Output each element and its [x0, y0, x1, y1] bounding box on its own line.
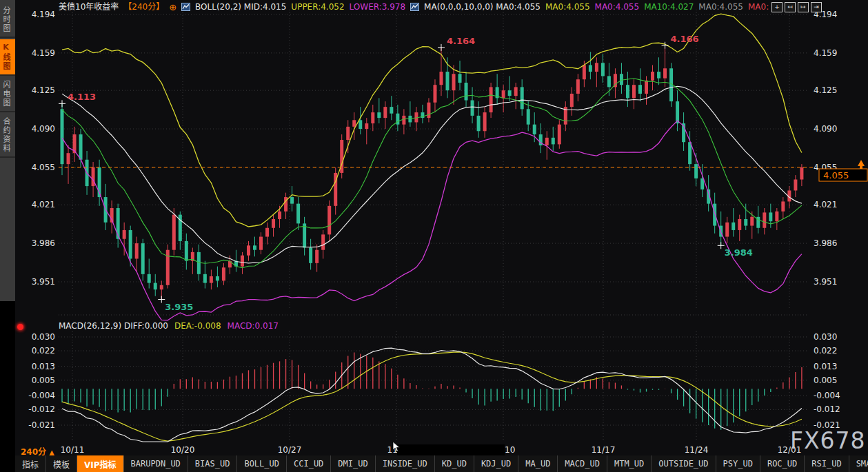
macd-axis-left-label-0: 0.030 [32, 332, 55, 342]
y-axis-left-label-1: 4.159 [32, 48, 55, 58]
y-axis-left-label-3: 4.090 [32, 124, 55, 134]
y-axis-left-label-2: 4.125 [32, 85, 55, 95]
macd-dea-value: DEA:-0.008 [174, 321, 221, 331]
alert-dot-icon [17, 324, 23, 330]
macd-histogram [62, 353, 802, 430]
boll-mid-value: BOLL(20,2) MID:4.015 [195, 1, 286, 12]
indicator-tab-rsi_ud[interactable]: RSI_UD [805, 455, 849, 472]
ma0-gray-value: MA0:4.055 [698, 1, 743, 12]
indicator-tab-mtm_ud[interactable]: MTM_UD [607, 455, 652, 472]
scale-right-button[interactable]: ↦ [798, 2, 809, 12]
indicator-tab-sma_ud[interactable]: SMA_UD [849, 455, 868, 472]
x-axis-date-0: 10/11 [61, 445, 85, 455]
y-axis-right-label-2: 4.125 [814, 85, 837, 95]
y-axis-right-label-7: 3.951 [814, 277, 837, 287]
tooltip-box [397, 444, 505, 455]
macd-axis-left-label-3: 0.005 [32, 376, 55, 385]
indicator-tab-inside_ud[interactable]: INSIDE_UD [376, 455, 435, 472]
macd-axis-left-label-2: 0.013 [32, 362, 55, 371]
indicator-tab-outside_ud[interactable]: OUTSIDE_UD [652, 455, 716, 472]
macd-axis-left-label-5: -0.012 [28, 404, 55, 414]
macd-axis-right-label-3: 0.005 [814, 376, 837, 385]
pan-right-button[interactable]: ⇥ [811, 2, 822, 12]
tabbar-corner [0, 455, 15, 472]
y-axis-right-label-3: 4.090 [814, 124, 837, 134]
price-arrow-icon [858, 160, 865, 170]
macd-header: MACD(26,12,9) DIFF:0.000DEA:-0.008MACD:0… [59, 321, 279, 331]
macd-axis-right-label-4: -0.004 [814, 391, 840, 400]
x-axis-row: 240分 ▲ 10/1110/2010/2711/311/1011/1711/2… [15, 444, 868, 455]
price-annotation-4: 3.984 [725, 247, 753, 258]
indicator-tab-bias_ud[interactable]: BIAS_UD [188, 455, 238, 472]
macd-diff-value: MACD(26,12,9) DIFF:0.000 [59, 321, 168, 331]
indicator-tab-kdj_ud[interactable]: KDJ_UD [474, 455, 518, 472]
ma10-value: MA10:4.027 [644, 1, 694, 12]
current-price-value: 4.055 [823, 170, 849, 181]
indicator-tab-macd_ud[interactable]: MACD_UD [558, 455, 607, 472]
app-window: 分时图K线图闪电图合约资料 4.1944.1944.1594.1594.1254… [0, 0, 868, 472]
ma-params-value: MA(0,0,0,10,0,0) MA0:4.055 [424, 1, 541, 12]
scale-left-button[interactable]: ↤ [785, 2, 796, 12]
macd-axis-left-label-6: -0.021 [28, 420, 55, 430]
sidebar-tab-2[interactable]: 闪电图 [0, 77, 15, 112]
price-annotation-2: 4.164 [447, 36, 475, 46]
crosshair-button[interactable]: + [771, 2, 783, 12]
macd-macd-value: MACD:0.017 [228, 321, 279, 331]
indicator-tab-ma_ud[interactable]: MA_UD [518, 455, 558, 472]
indicator-tab-boll_ud[interactable]: BOLL_UD [237, 455, 287, 472]
period-label: 【240分】 [123, 1, 164, 12]
macd-axis-right-label-1: 0.022 [814, 346, 837, 356]
indicator-tab-psy_ud[interactable]: PSY_UD [716, 455, 760, 472]
y-axis-left-label-7: 3.951 [32, 277, 55, 287]
boll-upper-value: UPPER:4.052 [291, 1, 344, 12]
macd-axis-right-label-5: -0.012 [814, 404, 840, 414]
plus-circle-icon: ⊕ [169, 3, 176, 12]
indicator-tab-cci_ud[interactable]: CCI_UD [287, 455, 331, 472]
y-axis-right-label-1: 4.159 [814, 48, 837, 58]
sidebar-tab-0[interactable]: 分时图 [0, 3, 15, 38]
indicator-tab-kd_ud[interactable]: KD_UD [435, 455, 474, 472]
indicator-tab-[interactable]: 指标 [15, 455, 46, 472]
price-annotation-0: 4.113 [68, 92, 96, 102]
x-axis-date-1: 10/20 [171, 445, 195, 455]
indicator-tabbar: 指标模板VIP指标BARUPDN_UDBIAS_UDBOLL_UDCCI_UDD… [0, 455, 868, 472]
indicator-tab-roc_ud[interactable]: ROC_UD [760, 455, 805, 472]
instrument-title: 美债10年收益率 [59, 1, 119, 12]
y-axis-right-label-6: 3.986 [814, 238, 837, 248]
x-axis-date-6: 11/24 [685, 445, 709, 455]
chart-toolbar: +↤↦⇥ [771, 2, 822, 12]
macd-axis-left-label-4: -0.004 [28, 391, 55, 400]
ma0-magenta-value: MA0:4.055 [595, 1, 640, 12]
left-sidebar: 分时图K线图闪电图合约资料 [0, 0, 15, 472]
boll-lower-value: LOWER:3.978 [350, 1, 406, 12]
y-axis-left-label-0: 4.194 [32, 10, 55, 19]
chart-canvas[interactable]: 4.1944.1944.1594.1594.1254.1254.0904.090… [15, 0, 868, 444]
sidebar-tab-3[interactable]: 合约资料 [0, 114, 15, 158]
x-axis-date-5: 11/17 [592, 445, 616, 455]
y-axis-left-label-5: 4.021 [32, 200, 55, 209]
macd-axis-right-label-0: 0.030 [814, 332, 837, 342]
watermark: FX678 [790, 427, 866, 454]
indicator-tab-dmi_ud[interactable]: DMI_UD [331, 455, 375, 472]
ma0-red-value: MA0: [748, 1, 769, 12]
x-axis-date-2: 10/27 [278, 445, 302, 455]
price-annotation-1: 3.935 [165, 302, 193, 312]
y-axis-right-label-5: 4.021 [814, 200, 837, 209]
candles-layer [61, 45, 804, 300]
mouse-cursor-icon [392, 442, 402, 453]
indicator-chart-icon [410, 3, 419, 11]
macd-axis-right-label-2: 0.013 [814, 362, 837, 371]
indicator-tab-vip[interactable]: VIP指标 [77, 455, 124, 472]
y-axis-left-label-4: 4.055 [32, 163, 55, 172]
sidebar-tab-1[interactable]: K线图 [0, 39, 15, 76]
chart-header: 美债10年收益率【240分】⊕BOLL(20,2) MID:4.015UPPER… [59, 1, 769, 12]
price-annotation-3: 4.166 [671, 34, 699, 44]
ma0-yellow-value: MA0:4.055 [545, 1, 590, 12]
y-axis-left-label-6: 3.986 [32, 238, 55, 248]
indicator-chart-icon [181, 3, 190, 11]
indicator-tab-[interactable]: 模板 [46, 455, 77, 472]
macd-axis-left-label-1: 0.022 [32, 346, 55, 356]
indicator-tab-barupdn_ud[interactable]: BARUPDN_UD [124, 455, 188, 472]
